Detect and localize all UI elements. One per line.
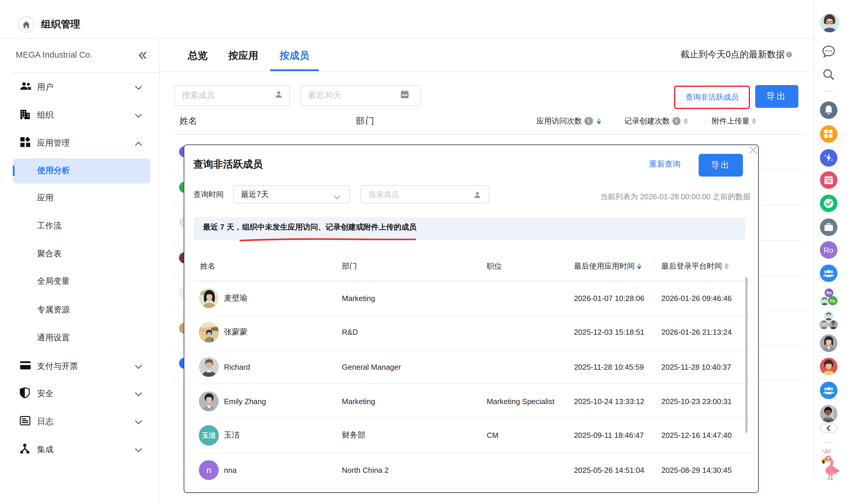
svg-text:28: 28 (826, 178, 831, 183)
